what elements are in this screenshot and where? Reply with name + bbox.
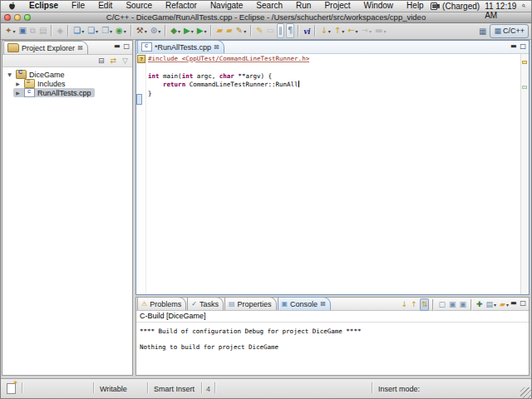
resize-grip[interactable] bbox=[520, 387, 531, 398]
new-source-folder-button[interactable]: ❏▾ bbox=[72, 24, 85, 37]
close-console-tab-icon[interactable]: ⊠ bbox=[320, 301, 326, 308]
tab-runalltests[interactable]: *RunAllTests.cpp ⊠ bbox=[137, 40, 224, 53]
build-all-button[interactable]: ⊛▾ bbox=[150, 24, 161, 37]
menu-file[interactable]: File bbox=[65, 0, 91, 12]
dropdown-arrow-icon[interactable]: ▾ bbox=[158, 28, 160, 34]
scroll-lock-button[interactable]: ⇅ bbox=[420, 298, 430, 311]
dropdown-arrow-icon[interactable]: ▾ bbox=[145, 28, 147, 34]
tree-expand-arrow-icon[interactable]: ▶ bbox=[14, 90, 22, 96]
word-wrap-button[interactable]: ∥ bbox=[277, 23, 284, 38]
tree-expand-arrow-icon[interactable]: ▼ bbox=[6, 71, 13, 77]
menu-refactor[interactable]: Refactor bbox=[159, 0, 204, 12]
debug-button[interactable]: ◆▾ bbox=[170, 24, 181, 37]
run-button[interactable]: ▶▾ bbox=[183, 24, 195, 37]
tab-problems[interactable]: ⚠Problems bbox=[137, 297, 186, 310]
dropdown-arrow-icon[interactable]: ▾ bbox=[110, 28, 112, 34]
perspective-cpp-button[interactable]: ▦ C/C++ bbox=[490, 24, 529, 38]
clear-console-button[interactable]: ▢ bbox=[437, 299, 446, 310]
open-resource-button[interactable]: ▰ bbox=[225, 24, 234, 37]
back-button[interactable]: ←▾ bbox=[347, 24, 358, 37]
dropdown-arrow-icon[interactable]: ▾ bbox=[494, 302, 496, 308]
dropdown-arrow-icon[interactable]: ▾ bbox=[356, 28, 358, 34]
code-line[interactable]: } bbox=[148, 90, 519, 98]
minimize-view-button[interactable]: ▬ bbox=[114, 42, 121, 51]
unresolved-include-marker-icon[interactable]: ? bbox=[137, 55, 145, 63]
build-button[interactable]: ⚒▾ bbox=[135, 24, 148, 37]
tree-item-dicegame[interactable]: ▼DiceGame bbox=[2, 70, 132, 79]
overview-cursor-marker[interactable] bbox=[522, 86, 527, 89]
previous-annotation-button[interactable]: ↑▾ bbox=[333, 24, 345, 37]
scroll-down-button[interactable]: ↓ bbox=[401, 299, 409, 310]
dropdown-arrow-icon[interactable]: ▾ bbox=[244, 28, 246, 34]
new-wizard-button[interactable]: ✦▾ bbox=[4, 24, 16, 37]
remove-launch-button[interactable]: ▣ bbox=[448, 299, 457, 310]
battery-label[interactable]: (Charged) bbox=[442, 2, 480, 11]
tab-tasks[interactable]: ✓Tasks bbox=[187, 297, 224, 310]
collapse-all-button[interactable]: ⊟ bbox=[97, 56, 106, 66]
code-line[interactable]: return CommandLineTestRunner::RunAll bbox=[148, 81, 519, 89]
new-source-file-button[interactable]: ❏▾ bbox=[86, 24, 99, 37]
show-whitespace-button[interactable]: ¶ bbox=[286, 23, 294, 38]
menu-navigate[interactable]: Navigate bbox=[204, 0, 249, 12]
pin-console-button[interactable]: ✚ bbox=[475, 299, 484, 310]
close-view-icon[interactable]: ⊠ bbox=[77, 45, 83, 52]
vi-plugin-button[interactable]: vi bbox=[303, 24, 311, 37]
minimize-console-button[interactable]: ▬ bbox=[510, 299, 517, 308]
overview-warning-marker[interactable] bbox=[522, 61, 527, 64]
link-with-editor-button[interactable]: ⇄ bbox=[110, 56, 118, 66]
dropdown-arrow-icon[interactable]: ▾ bbox=[12, 28, 15, 34]
apple-menu[interactable] bbox=[0, 2, 22, 11]
dropdown-arrow-icon[interactable]: ▾ bbox=[383, 28, 386, 34]
tree-item-runalltests-cpp[interactable]: ▶RunAllTests.cpp bbox=[2, 88, 132, 97]
code-line[interactable]: int main(int argc, char **argv) { bbox=[148, 72, 519, 81]
menu-help[interactable]: Help bbox=[400, 0, 431, 12]
minimize-editor-button[interactable]: ▬ bbox=[510, 42, 517, 51]
highlight-button[interactable]: ✎ bbox=[255, 24, 264, 37]
dropdown-arrow-icon[interactable]: ▾ bbox=[328, 28, 331, 34]
menu-eclipse[interactable]: Eclipse bbox=[22, 0, 65, 12]
menu-search[interactable]: Search bbox=[249, 0, 289, 12]
dropdown-arrow-icon[interactable]: ▾ bbox=[96, 28, 98, 34]
dropdown-arrow-icon[interactable]: ▾ bbox=[191, 28, 194, 34]
dropdown-arrow-icon[interactable]: ▾ bbox=[81, 28, 84, 34]
tab-console[interactable]: ▣Console⊠ bbox=[278, 297, 331, 310]
editor-content[interactable]: ? #include <CppUTest/CommandLineTestRunn… bbox=[136, 54, 529, 294]
dropdown-arrow-icon[interactable]: ▾ bbox=[342, 28, 344, 34]
save-button[interactable]: ▣ bbox=[17, 24, 27, 37]
editor-gutter[interactable]: ? bbox=[136, 54, 146, 294]
scroll-up-button[interactable]: ↑ bbox=[410, 299, 418, 310]
new-header-file-button[interactable]: ❐▾ bbox=[101, 24, 113, 37]
battery-icon[interactable] bbox=[431, 2, 437, 10]
code-line[interactable]: #include <CppUTest/CommandLineTestRunner… bbox=[148, 55, 519, 63]
next-annotation-button[interactable]: ↓▾ bbox=[319, 24, 331, 37]
menu-run[interactable]: Run bbox=[289, 0, 318, 12]
open-perspective-button[interactable]: ▦ bbox=[477, 27, 488, 36]
dropdown-arrow-icon[interactable]: ▾ bbox=[178, 28, 180, 34]
zoom-window-button[interactable] bbox=[24, 14, 31, 21]
dropdown-arrow-icon[interactable]: ▾ bbox=[204, 28, 206, 34]
external-tools-button[interactable]: ▶▾ bbox=[196, 24, 208, 37]
tab-project-explorer[interactable]: Project Explorer ⊠ bbox=[3, 41, 88, 54]
open-element-button[interactable]: ▰ bbox=[215, 24, 224, 37]
search-button[interactable]: ✎▾ bbox=[235, 24, 247, 37]
maximize-editor-button[interactable]: □ bbox=[520, 42, 526, 51]
tree-expand-arrow-icon[interactable]: ▶ bbox=[14, 81, 22, 86]
menu-window[interactable]: Window bbox=[357, 0, 401, 12]
open-console-button[interactable]: ▰▾ bbox=[499, 299, 510, 310]
close-window-button[interactable] bbox=[4, 14, 11, 21]
view-menu-button[interactable]: ▽ bbox=[121, 56, 129, 66]
tab-properties[interactable]: ▤Properties bbox=[224, 297, 277, 310]
maximize-view-button[interactable]: □ bbox=[123, 42, 130, 51]
remove-all-launches-button[interactable]: ▣ bbox=[458, 299, 467, 310]
tree-item-includes[interactable]: ▶Includes bbox=[2, 79, 132, 88]
dropdown-arrow-icon[interactable]: ▾ bbox=[506, 302, 509, 308]
minimize-window-button[interactable] bbox=[14, 14, 21, 21]
display-console-button[interactable]: ▤▾ bbox=[485, 299, 498, 310]
dropdown-arrow-icon[interactable]: ▾ bbox=[124, 28, 126, 34]
overview-ruler[interactable] bbox=[520, 54, 529, 294]
code-line[interactable] bbox=[148, 63, 519, 71]
menu-edit[interactable]: Edit bbox=[91, 0, 119, 12]
dropdown-arrow-icon[interactable]: ▾ bbox=[369, 28, 372, 34]
code-text[interactable]: #include <CppUTest/CommandLineTestRunner… bbox=[148, 55, 519, 98]
menu-clock[interactable]: Sun Jul 11 12:19 AM bbox=[485, 0, 517, 20]
